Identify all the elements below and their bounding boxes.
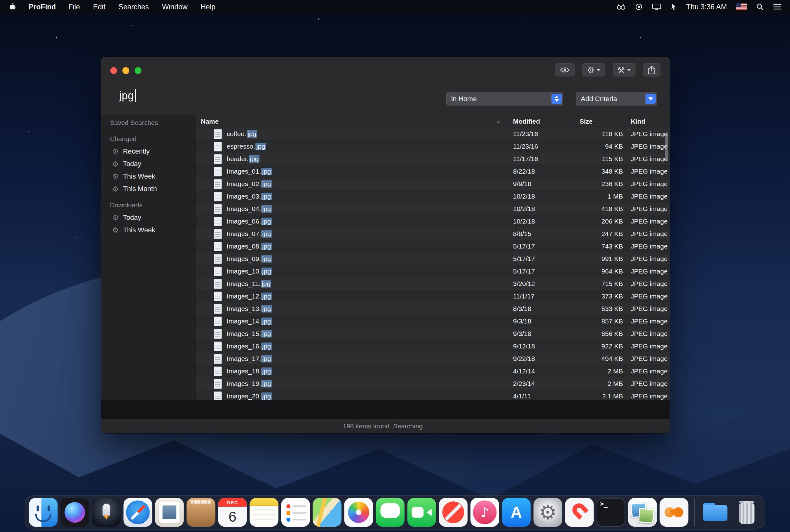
- table-row[interactable]: Images_07.jpg8/8/15247 KBJPEG image: [196, 228, 670, 240]
- gear-icon: ⚙: [112, 186, 119, 193]
- table-row[interactable]: Images_17.jpg9/22/18494 KBJPEG image: [196, 353, 670, 365]
- menu-help[interactable]: Help: [201, 3, 215, 11]
- column-header-size[interactable]: Size: [574, 115, 627, 128]
- scope-popup[interactable]: in Home: [446, 92, 563, 106]
- column-header-name[interactable]: Name: [196, 115, 505, 128]
- table-row[interactable]: Images_20.jpg4/1/112.1 MBJPEG image: [196, 390, 670, 400]
- table-row[interactable]: Images_19.jpg2/23/142 MBJPEG image: [196, 378, 670, 390]
- table-row[interactable]: Images_18.jpg4/12/142 MBJPEG image: [196, 365, 670, 378]
- app-menu-profind[interactable]: ProFind: [29, 3, 56, 11]
- chevron-down-icon: [597, 69, 600, 71]
- profind-dock-icon[interactable]: [660, 498, 689, 527]
- search-query-input[interactable]: jpg: [119, 89, 136, 102]
- table-row[interactable]: Images_01.jpg8/22/18348 KBJPEG image: [196, 165, 670, 178]
- modified-cell: 11/23/16: [505, 130, 574, 138]
- menu-bar-clock[interactable]: Thu 3:36 AM: [686, 3, 727, 11]
- sidebar-item-this-week[interactable]: ⚙This Week: [101, 224, 196, 236]
- zoom-button[interactable]: [135, 67, 142, 74]
- calendar-dock-icon[interactable]: DEC6: [218, 498, 247, 527]
- binoculars-icon[interactable]: [616, 3, 626, 10]
- blocked-dock-icon[interactable]: [439, 498, 468, 527]
- contacts-dock-icon[interactable]: [187, 498, 215, 527]
- size-cell: 964 KB: [574, 268, 627, 275]
- sidebar-item-recently[interactable]: ⚙Recently: [101, 145, 196, 158]
- table-row[interactable]: Images_10.jpg5/17/17964 KBJPEG image: [196, 265, 670, 278]
- search-match-highlight: jpg: [261, 342, 272, 350]
- column-header-modified[interactable]: Modified: [505, 115, 574, 128]
- launchpad-dock-icon[interactable]: [92, 498, 121, 527]
- table-row[interactable]: coffee.jpg11/23/16118 KBJPEG image: [196, 128, 670, 140]
- table-row[interactable]: Images_12.jpg11/1/17373 KBJPEG image: [196, 290, 670, 303]
- itunes-dock-icon[interactable]: [471, 498, 499, 527]
- share-button[interactable]: [643, 63, 660, 76]
- table-row[interactable]: header.jpg11/17/16115 KBJPEG image: [196, 153, 670, 165]
- file-name: Images_15.jpg: [227, 330, 272, 338]
- facetime-dock-icon[interactable]: [408, 498, 436, 527]
- table-row[interactable]: Images_14.jpg9/3/18857 KBJPEG image: [196, 315, 670, 327]
- vertical-scrollbar[interactable]: [665, 132, 668, 161]
- table-row[interactable]: Images_09.jpg5/17/17991 KBJPEG image: [196, 252, 670, 265]
- menu-edit[interactable]: Edit: [93, 3, 106, 11]
- reminders-dock-icon[interactable]: [281, 498, 310, 527]
- notes-dock-icon[interactable]: [250, 498, 279, 527]
- system-preferences-dock-icon[interactable]: [534, 498, 562, 527]
- sidebar-item-label: This Week: [123, 226, 155, 234]
- column-header-kind[interactable]: Kind: [627, 115, 670, 128]
- sidebar-item-today[interactable]: ⚙Today: [101, 158, 196, 170]
- modified-cell: 4/12/14: [505, 367, 574, 375]
- action-menu-button[interactable]: ⚙: [582, 63, 605, 76]
- display-icon[interactable]: [652, 3, 661, 11]
- table-row[interactable]: Images_16.jpg9/12/18922 KBJPEG image: [196, 340, 670, 353]
- tools-menu-button[interactable]: ⚒: [613, 63, 636, 76]
- target-icon[interactable]: [635, 3, 643, 11]
- us-flag-icon[interactable]: [736, 3, 747, 10]
- table-row[interactable]: Images_11.jpg3/20/12715 KBJPEG image: [196, 278, 670, 290]
- table-row[interactable]: Images_06.jpg10/2/18206 KBJPEG image: [196, 215, 670, 228]
- sidebar-item-today[interactable]: ⚙Today: [101, 211, 196, 224]
- file-name-cell: Images_09.jpg: [196, 254, 505, 264]
- gear-big: [534, 498, 562, 527]
- status-text: 198 items found. Searching...: [343, 422, 428, 430]
- sidebar-item-this-week[interactable]: ⚙This Week: [101, 170, 196, 183]
- search-match-highlight: jpg: [261, 180, 272, 188]
- add-criteria-popup[interactable]: Add Criteria: [576, 92, 657, 106]
- kind-cell: JPEG image: [627, 168, 670, 175]
- size-cell: 247 KB: [574, 230, 627, 238]
- preview-button[interactable]: [555, 63, 575, 76]
- notification-center-icon[interactable]: [773, 3, 781, 10]
- apple-menu[interactable]: [9, 2, 16, 11]
- table-row[interactable]: Images_03.jpg10/2/181 MBJPEG image: [196, 190, 670, 203]
- sidebar-item-this-month[interactable]: ⚙This Month: [101, 183, 196, 195]
- screenshot-dock-icon[interactable]: [628, 498, 657, 527]
- menu-file[interactable]: File: [69, 3, 80, 11]
- siri-dock-icon[interactable]: [61, 498, 89, 527]
- close-button[interactable]: [110, 67, 117, 74]
- minimize-button[interactable]: [123, 67, 129, 74]
- downloads-folder-dock-icon[interactable]: [701, 498, 730, 527]
- modified-cell: 11/23/16: [505, 143, 574, 150]
- trash-dock-icon[interactable]: [733, 498, 761, 527]
- maps-dock-icon[interactable]: [313, 498, 342, 527]
- photos-dock-icon[interactable]: [344, 498, 373, 527]
- safari-dock-icon[interactable]: [124, 498, 152, 527]
- table-row[interactable]: Images_02.jpg9/9/18236 KBJPEG image: [196, 178, 670, 190]
- table-row[interactable]: Images_13.jpg8/3/18533 KBJPEG image: [196, 303, 670, 315]
- pointer-icon[interactable]: [671, 3, 677, 11]
- table-row[interactable]: Images_04.jpg10/2/18418 KBJPEG image: [196, 203, 670, 215]
- terminal-dock-icon[interactable]: [597, 498, 625, 527]
- file-name: Images_04.jpg: [227, 205, 272, 213]
- menu-window[interactable]: Window: [162, 3, 188, 11]
- spotlight-search-icon[interactable]: [756, 3, 764, 11]
- kind-cell: JPEG image: [627, 367, 670, 375]
- appstore-dock-icon[interactable]: [502, 498, 531, 527]
- finder-dock-icon[interactable]: [29, 498, 58, 527]
- mail-dock-icon[interactable]: [155, 498, 184, 527]
- sort-indicator-icon[interactable]: [495, 117, 501, 125]
- messages-dock-icon[interactable]: [376, 498, 405, 527]
- magnet-dock-icon[interactable]: [565, 498, 594, 527]
- table-row[interactable]: Images_08.jpg5/17/17743 KBJPEG image: [196, 240, 670, 252]
- menu-searches[interactable]: Searches: [119, 3, 149, 11]
- window-header[interactable]: ⚙ ⚒ jpg in Ho: [101, 57, 670, 115]
- table-row[interactable]: Images_15.jpg9/3/18656 KBJPEG image: [196, 327, 670, 340]
- table-row[interactable]: espresso.jpg11/23/1694 KBJPEG image: [196, 140, 670, 153]
